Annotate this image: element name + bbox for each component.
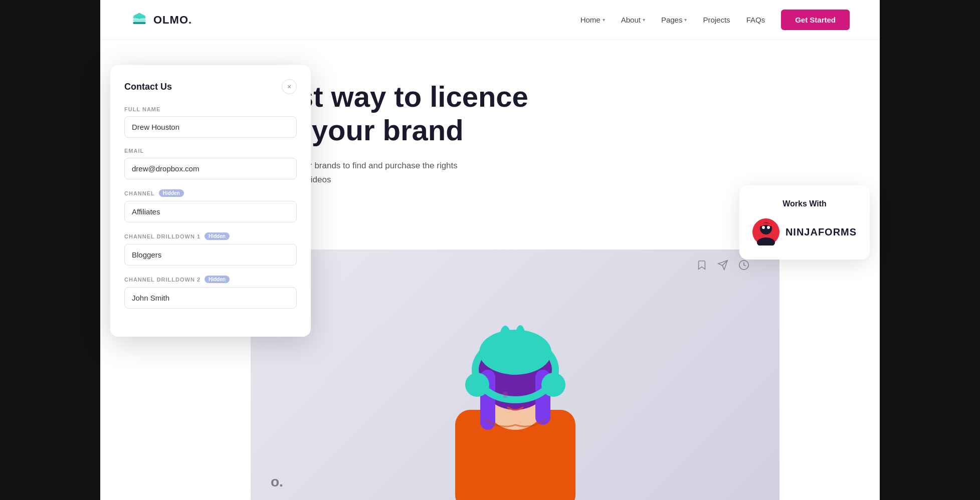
logo-text: OLMO. xyxy=(153,14,192,27)
clock-icon xyxy=(738,260,749,271)
logo[interactable]: OLMO. xyxy=(130,11,192,29)
label-email: EMAIL xyxy=(124,148,297,154)
modal-title: Contact Us xyxy=(124,82,172,92)
bookmark-icon xyxy=(696,260,707,271)
channel-drilldown-1-hidden-badge: Hidden xyxy=(205,232,230,240)
form-group-channel-drilldown-1: CHANNEL DRILLDOWN 1 Hidden xyxy=(124,232,297,266)
channel-hidden-badge: Hidden xyxy=(159,189,184,197)
svg-point-23 xyxy=(762,226,765,229)
label-channel-drilldown-1: CHANNEL DRILLDOWN 1 Hidden xyxy=(124,232,297,240)
svg-point-14 xyxy=(465,373,489,397)
hero-image-area: o. xyxy=(251,249,779,500)
nav-about[interactable]: About ▾ xyxy=(621,16,645,24)
form-group-channel-drilldown-2: CHANNEL DRILLDOWN 2 Hidden xyxy=(124,276,297,309)
get-started-button[interactable]: Get Started xyxy=(781,10,850,30)
input-full-name[interactable] xyxy=(124,116,297,138)
works-with-title: Works With xyxy=(751,199,858,208)
svg-rect-2 xyxy=(133,22,145,24)
label-full-name: FULL NAME xyxy=(124,106,297,112)
form-group-full-name: FULL NAME xyxy=(124,106,297,138)
svg-point-18 xyxy=(479,330,551,375)
modal-header: Contact Us × xyxy=(124,79,297,94)
hero-girl-figure xyxy=(410,260,621,500)
label-channel-drilldown-2: CHANNEL DRILLDOWN 2 Hidden xyxy=(124,276,297,283)
nav-pages[interactable]: Pages ▾ xyxy=(661,16,687,24)
send-icon xyxy=(717,260,728,271)
dark-right-panel xyxy=(880,0,980,500)
ninja-forms-logo: NINJAFORMS xyxy=(751,218,858,245)
hero-logo-watermark: o. xyxy=(271,474,283,490)
channel-drilldown-2-hidden-badge: Hidden xyxy=(205,276,230,283)
nav-projects[interactable]: Projects xyxy=(703,16,730,24)
svg-point-24 xyxy=(767,226,770,229)
input-email[interactable] xyxy=(124,158,297,179)
svg-point-19 xyxy=(503,391,508,398)
form-group-channel: CHANNEL Hidden xyxy=(124,189,297,222)
works-with-card: Works With NINJAFORMS xyxy=(739,185,870,260)
input-channel-drilldown-2[interactable] xyxy=(124,287,297,309)
nav-faqs[interactable]: FAQs xyxy=(746,16,765,24)
form-group-email: EMAIL xyxy=(124,148,297,179)
label-channel: CHANNEL Hidden xyxy=(124,189,297,197)
ninja-forms-text: NINJAFORMS xyxy=(786,226,857,238)
dark-left-panel xyxy=(0,0,100,500)
hero-toolbar xyxy=(696,260,749,271)
navbar: OLMO. Home ▾ About ▾ Pages ▾ Projects FA… xyxy=(100,0,880,40)
svg-point-15 xyxy=(541,373,565,397)
logo-icon xyxy=(130,11,148,29)
contact-modal: Contact Us × FULL NAME EMAIL CHANNEL Hid… xyxy=(110,65,311,337)
nav-home[interactable]: Home ▾ xyxy=(580,16,605,24)
modal-close-button[interactable]: × xyxy=(282,79,297,94)
nav-links: Home ▾ About ▾ Pages ▾ Projects FAQs Get… xyxy=(580,10,850,30)
pages-caret: ▾ xyxy=(684,17,687,23)
hero-image-background: o. xyxy=(251,249,779,500)
svg-rect-0 xyxy=(133,19,145,22)
about-caret: ▾ xyxy=(643,17,645,23)
ninjaforms-icon xyxy=(752,218,779,245)
home-caret: ▾ xyxy=(603,17,605,23)
input-channel-drilldown-1[interactable] xyxy=(124,244,297,266)
input-channel[interactable] xyxy=(124,201,297,222)
